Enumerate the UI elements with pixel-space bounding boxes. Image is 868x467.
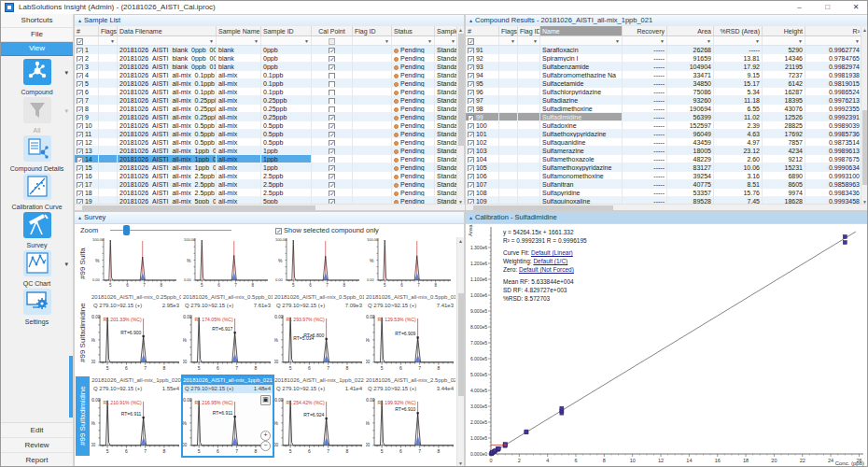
cell[interactable]	[518, 96, 540, 105]
cell[interactable]	[353, 189, 392, 197]
cell[interactable]: 1ppb	[261, 155, 312, 163]
sidebar-item-report[interactable]: Report	[1, 453, 73, 467]
cell[interactable]: 0.9985736	[805, 130, 862, 138]
cell[interactable]: ✓ 15	[75, 163, 99, 172]
column-header-data-filename[interactable]: Data Filename	[118, 26, 217, 36]
cell[interactable]: Pending	[392, 54, 435, 63]
cell[interactable]: 20181026_AISTI_all-mix_0.1ppb_013	[118, 88, 217, 96]
filter-funnel-icon[interactable]: ▼	[511, 36, 515, 46]
row-checkbox[interactable]: ✓	[77, 132, 83, 138]
filter-funnel-icon[interactable]: ▼	[798, 36, 803, 46]
cell[interactable]: 0.9992391	[805, 113, 862, 121]
cell[interactable]: ✓ 94	[466, 71, 499, 79]
cell[interactable]: 2.5ppb	[261, 172, 312, 180]
cell[interactable]: Pending	[392, 180, 435, 189]
compound-row[interactable]: ✓ 104Sulfamethoxazole-----482292.6092120…	[466, 155, 862, 163]
cell[interactable]	[353, 163, 392, 172]
compound-row[interactable]: ✓ 94Sulfabromomethazine Na-----334719.15…	[466, 71, 862, 79]
cell[interactable]: 152597	[667, 121, 714, 130]
cell[interactable]: 43076	[763, 105, 805, 113]
row-checkbox[interactable]: ✓	[77, 73, 83, 79]
cell[interactable]	[353, 71, 392, 79]
cell[interactable]: Standard	[435, 46, 458, 54]
cell[interactable]: Pending	[392, 105, 435, 113]
column-header--rsd-area-[interactable]: %RSD (Area)	[714, 26, 763, 36]
checkbox-icon[interactable]: ✓	[77, 38, 83, 45]
sidebar-item-settings[interactable]: Settings	[1, 286, 73, 324]
chromatogram-thumbnail[interactable]: 5678100.000.00%	[274, 237, 364, 290]
cell[interactable]	[99, 163, 118, 172]
cell[interactable]: Sulfadoxine	[540, 121, 623, 130]
cell[interactable]: 2.39	[714, 121, 763, 130]
row-checkbox[interactable]: ✓	[468, 64, 474, 71]
column-header-cal-point[interactable]: Cal Point	[312, 26, 353, 36]
cell[interactable]: 0.1ppb	[261, 71, 312, 79]
cell[interactable]: 0.9989613	[805, 147, 862, 155]
cell[interactable]: all-mix	[217, 71, 261, 79]
data-point[interactable]	[843, 241, 847, 245]
cell[interactable]	[518, 63, 540, 71]
cell[interactable]: ✓ 12	[75, 138, 99, 147]
filter-cell[interactable]: ▼	[667, 36, 714, 46]
cell[interactable]: 0.9873514	[805, 138, 862, 147]
sidebar-item-qc-chart[interactable]: QC Chart▾	[1, 248, 73, 286]
weighting-link[interactable]: Default (1/C)	[533, 258, 567, 264]
cell[interactable]: Standard	[435, 163, 458, 172]
cell[interactable]	[99, 113, 118, 121]
cell[interactable]	[499, 88, 518, 96]
cell[interactable]: 28825	[763, 121, 805, 130]
filter-funnel-icon[interactable]: ▼	[254, 36, 259, 46]
cell[interactable]: Standard	[435, 71, 458, 79]
cell[interactable]: Sulfadimidine	[540, 113, 623, 121]
cell[interactable]: 20181026_AISTI_all-mix_1ppb_022	[118, 163, 217, 172]
scrollbar-thumb[interactable]	[473, 205, 613, 210]
cell[interactable]: ✓ 97	[466, 96, 499, 105]
sidebar-scrollbar-thumb[interactable]	[69, 356, 73, 417]
cell[interactable]	[99, 147, 118, 155]
cal-point-checkbox[interactable]	[329, 106, 335, 113]
cell[interactable]	[99, 71, 118, 79]
sample-row[interactable]: ✓ 720181026_AISTI_all-mix_0.25ppb_014all…	[75, 96, 458, 105]
cell[interactable]: ✓	[312, 163, 353, 172]
cell[interactable]: ✓	[312, 155, 353, 163]
cal-point-checkbox[interactable]	[329, 98, 335, 105]
column-header--[interactable]: #	[466, 26, 499, 36]
filter-funnel-icon[interactable]: ▼	[533, 36, 538, 46]
cell[interactable]: 43459	[667, 138, 714, 147]
cell[interactable]	[99, 88, 118, 96]
row-checkbox[interactable]: ✓	[77, 182, 83, 189]
sample-list-hscrollbar[interactable]	[75, 204, 466, 210]
cell[interactable]	[99, 121, 118, 130]
cell[interactable]: 15231	[763, 163, 805, 172]
cell[interactable]	[353, 130, 392, 138]
cell[interactable]: all-mix	[217, 155, 261, 163]
cell[interactable]	[499, 54, 518, 63]
cal-point-checkbox[interactable]: ✓	[329, 48, 335, 54]
cell[interactable]: 20181026_AISTI_all-mix_0.25ppb_015	[118, 105, 217, 113]
cell[interactable]	[99, 54, 118, 63]
row-checkbox[interactable]: ✓	[468, 73, 474, 79]
chromatogram-thumbnail[interactable]: 5678100.000.00%	[91, 237, 181, 290]
cell[interactable]	[99, 96, 118, 105]
cell[interactable]	[99, 130, 118, 138]
sample-row[interactable]: ✓ 520181026_AISTI_all-mix_0.1ppb_012all-…	[75, 79, 458, 88]
filter-funnel-icon[interactable]: ▼	[451, 36, 455, 46]
cell[interactable]: ✓	[312, 54, 353, 63]
cell[interactable]	[99, 105, 118, 113]
compound-row[interactable]: ✓ 95Sulfacetamide-----3485015.1761420.98…	[466, 79, 862, 88]
cell[interactable]: 9974	[763, 189, 805, 197]
row-checkbox[interactable]: ✓	[468, 165, 474, 172]
row-checkbox[interactable]: ✓	[468, 48, 474, 54]
chevron-down-icon[interactable]: ▾	[64, 107, 68, 115]
row-checkbox[interactable]: ✓	[468, 115, 474, 121]
cell[interactable]: Pending	[392, 63, 435, 71]
cell[interactable]: 39254	[667, 172, 714, 180]
zoom-out-button[interactable]: −	[260, 441, 271, 451]
cell[interactable]: 13.81	[714, 54, 763, 63]
cell[interactable]: ✓ 107	[466, 180, 499, 189]
compound-row[interactable]: ✓ 100Sulfadoxine-----1525972.39288250.99…	[466, 121, 862, 130]
cell[interactable]: all-mix	[217, 79, 261, 88]
row-checkbox[interactable]: ✓	[468, 106, 474, 113]
cell[interactable]	[518, 172, 540, 180]
cell[interactable]: 10.06	[714, 163, 763, 172]
